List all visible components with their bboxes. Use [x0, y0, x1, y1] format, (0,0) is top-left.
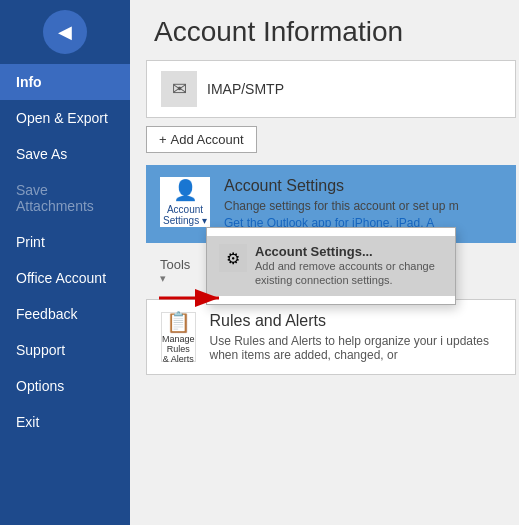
sidebar-item-print[interactable]: Print: [0, 224, 130, 260]
sidebar: ◀ Info Open & Export Save As Save Attach…: [0, 0, 130, 525]
account-settings-title: Account Settings: [224, 177, 502, 195]
sidebar-item-label: Save Attachments: [16, 182, 94, 214]
sidebar-item-label: Open & Export: [16, 110, 108, 126]
sidebar-item-save-attachments: Save Attachments: [0, 172, 130, 224]
content-area: ✉ IMAP/SMTP + Add Account 👤 Account Sett…: [130, 60, 519, 375]
sidebar-item-label: Print: [16, 234, 45, 250]
account-settings-dropdown: ⚙ Account Settings... Add and remove acc…: [206, 227, 456, 305]
main-content: Account Information ✉ IMAP/SMTP + Add Ac…: [130, 0, 519, 525]
back-icon: ◀: [58, 21, 72, 43]
sidebar-item-feedback[interactable]: Feedback: [0, 296, 130, 332]
dropdown-item-desc: Add and remove accounts or change existi…: [255, 259, 443, 288]
arrow-indicator: [154, 283, 234, 317]
page-title: Account Information: [130, 0, 519, 60]
dropdown-item-text: Account Settings... Add and remove accou…: [255, 244, 443, 288]
account-settings-dropdown-item[interactable]: ⚙ Account Settings... Add and remove acc…: [207, 236, 455, 296]
dropdown-item-title: Account Settings...: [255, 244, 443, 259]
rules-icon[interactable]: 📋 Manage Rules& Alerts: [161, 312, 196, 362]
sidebar-item-label: Office Account: [16, 270, 106, 286]
sidebar-item-label: Exit: [16, 414, 39, 430]
sidebar-item-info[interactable]: Info: [0, 64, 130, 100]
sidebar-item-support[interactable]: Support: [0, 332, 130, 368]
rules-desc: Use Rules and Alerts to help organize yo…: [210, 334, 501, 362]
plus-icon: +: [159, 132, 167, 147]
account-settings-icon-button[interactable]: 👤 Account Settings ▾: [160, 177, 210, 227]
sidebar-item-label: Feedback: [16, 306, 77, 322]
dropdown-item-icon: ⚙: [219, 244, 247, 272]
sidebar-item-label: Info: [16, 74, 42, 90]
sidebar-item-options[interactable]: Options: [0, 368, 130, 404]
add-account-label: Add Account: [171, 132, 244, 147]
sidebar-item-save-as[interactable]: Save As: [0, 136, 130, 172]
rules-title: Rules and Alerts: [210, 312, 501, 330]
imap-card: ✉ IMAP/SMTP: [146, 60, 516, 118]
imap-icon-symbol: ✉: [172, 78, 187, 100]
account-settings-desc: Change settings for this account or set …: [224, 199, 502, 213]
account-settings-text: Account Settings Change settings for thi…: [224, 177, 502, 231]
rules-icon-label: Manage Rules& Alerts: [162, 334, 195, 364]
account-settings-person-icon: 👤: [173, 178, 198, 202]
sidebar-item-label: Save As: [16, 146, 67, 162]
imap-icon: ✉: [161, 71, 197, 107]
gear-icon: ⚙: [226, 249, 240, 268]
rules-text: Rules and Alerts Use Rules and Alerts to…: [210, 312, 501, 362]
account-settings-icon-label: Account Settings ▾: [163, 204, 207, 226]
sidebar-item-exit[interactable]: Exit: [0, 404, 130, 440]
add-account-button[interactable]: + Add Account: [146, 126, 257, 153]
sidebar-item-open-export[interactable]: Open & Export: [0, 100, 130, 136]
sidebar-item-office-account[interactable]: Office Account: [0, 260, 130, 296]
imap-label: IMAP/SMTP: [207, 81, 284, 97]
sidebar-item-label: Support: [16, 342, 65, 358]
sidebar-item-label: Options: [16, 378, 64, 394]
back-button[interactable]: ◀: [43, 10, 87, 54]
